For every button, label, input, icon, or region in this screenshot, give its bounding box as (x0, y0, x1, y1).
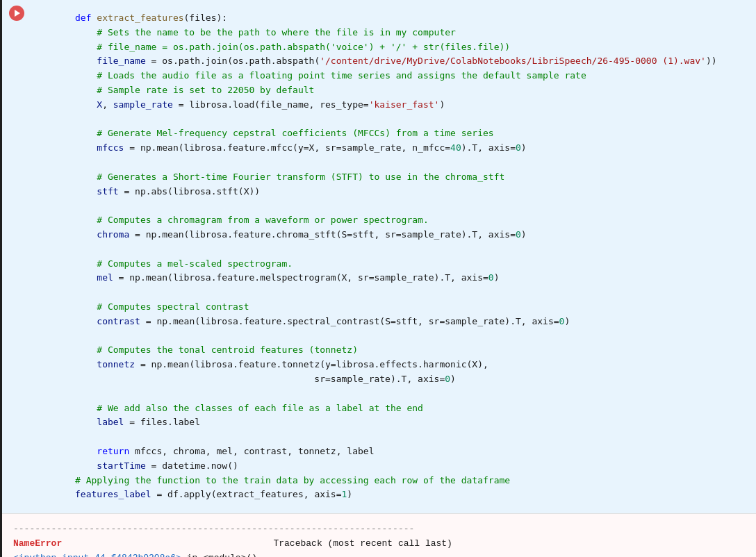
error-link-line: <ipython-input-44-f4842b0208a6> in <modu… (13, 551, 745, 557)
error-module: in <module>() (187, 553, 257, 557)
code-block: def extract_features(files): # Sets the … (40, 6, 748, 508)
error-name: NameError (13, 538, 62, 549)
error-divider: ----------------------------------------… (13, 522, 745, 537)
cell-code-area: def extract_features(files): # Sets the … (2, 0, 756, 513)
error-output: ----------------------------------------… (2, 513, 756, 557)
code-cell: def extract_features(files): # Sets the … (0, 0, 756, 557)
run-button[interactable] (9, 6, 24, 21)
traceback-label: Traceback (most recent call last) (273, 538, 452, 549)
error-header: NameError Traceback (most recent call la… (13, 537, 745, 551)
error-link[interactable]: <ipython-input-44-f4842b0208a6> (13, 553, 181, 557)
